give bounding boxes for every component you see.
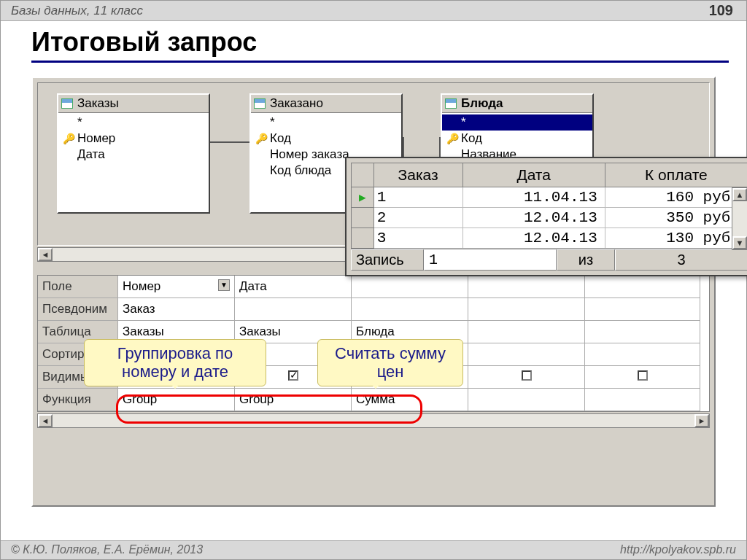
table-icon (445, 98, 457, 109)
source-url: http://kpolyakov.spb.ru (620, 543, 736, 556)
table-title: Заказано (251, 95, 401, 113)
callout-grouping: Группировка по номеру и дате (84, 339, 266, 386)
table-name: Блюда (461, 96, 503, 111)
field-star[interactable]: * (442, 114, 592, 131)
page-number: 109 (709, 2, 733, 19)
key-icon: 🔑 (255, 133, 266, 143)
row-selector-header (352, 163, 374, 187)
function-cell[interactable] (468, 389, 585, 411)
alias-cell[interactable] (352, 298, 468, 321)
record-navigator[interactable]: Запись 1 из 3 (351, 249, 747, 271)
field-cell[interactable] (352, 276, 468, 298)
result-v-scrollbar[interactable]: ▲ ▼ (732, 187, 747, 250)
record-total: 3 (615, 249, 747, 271)
field-data[interactable]: Дата (58, 147, 209, 163)
table-title: Заказы (58, 95, 209, 113)
field-cell[interactable] (468, 276, 585, 298)
relation-line (210, 141, 249, 143)
table-title: Блюда (442, 95, 592, 113)
table-name: Заказано (270, 96, 323, 111)
row-label-field: Поле (38, 276, 118, 298)
table-row[interactable]: ▶ 1 11.04.13 160 руб. (352, 187, 748, 208)
alias-cell[interactable] (235, 298, 352, 321)
field-cell[interactable]: Дата (235, 276, 352, 298)
table-row[interactable]: 2 12.04.13 350 руб. (352, 208, 748, 228)
field-kod[interactable]: 🔑Код (251, 131, 401, 147)
row-label-alias: Псевдоним (38, 298, 118, 321)
table-icon (61, 98, 73, 109)
top-bar: Базы данных, 11 класс 109 (1, 1, 746, 21)
visible-checkbox[interactable] (585, 366, 700, 389)
field-list: * 🔑Номер Дата (58, 113, 209, 212)
scroll-right-button[interactable]: ► (694, 414, 709, 427)
title-underline (31, 61, 729, 63)
grid-h-scrollbar[interactable]: ◄ ► (37, 413, 710, 428)
scroll-left-button[interactable]: ◄ (38, 414, 53, 427)
slide-title: Итоговый запрос (31, 27, 746, 58)
visible-checkbox[interactable] (468, 366, 585, 389)
record-of-label: из (557, 249, 615, 271)
table-name: Заказы (77, 96, 119, 111)
key-icon: 🔑 (446, 133, 457, 143)
function-cell[interactable] (585, 389, 700, 411)
callout-sum: Считать сумму цен (317, 339, 463, 386)
alias-cell[interactable] (468, 298, 585, 321)
scroll-up-button[interactable]: ▲ (732, 188, 747, 201)
scroll-left-button[interactable]: ◄ (38, 248, 53, 261)
scroll-track[interactable] (53, 414, 694, 427)
table-zakazy[interactable]: Заказы * 🔑Номер Дата (57, 93, 210, 214)
alias-cell[interactable] (585, 298, 700, 321)
query-designer-window: Заказы * 🔑Номер Дата Заказано * 🔑Код (31, 77, 716, 507)
function-cell[interactable]: Group (235, 389, 352, 411)
record-label: Запись (351, 249, 424, 271)
result-window[interactable]: Заказ Дата К оплате ▶ 1 11.04.13 160 руб… (345, 157, 747, 276)
col-zakaz[interactable]: Заказ (374, 163, 462, 187)
current-row-icon: ▶ (359, 192, 366, 205)
result-table: Заказ Дата К оплате ▶ 1 11.04.13 160 руб… (351, 163, 747, 249)
col-k-oplate[interactable]: К оплате (605, 163, 747, 187)
alias-cell[interactable]: Заказ (118, 298, 235, 321)
course-label: Базы данных, 11 класс (11, 4, 143, 18)
table-cell[interactable] (585, 321, 700, 343)
field-kod[interactable]: 🔑Код (442, 131, 592, 147)
field-nomer[interactable]: 🔑Номер (58, 131, 209, 147)
col-data[interactable]: Дата (462, 163, 605, 187)
key-icon: 🔑 (63, 133, 73, 143)
slide: Базы данных, 11 класс 109 Итоговый запро… (0, 0, 747, 560)
table-icon (254, 98, 266, 109)
table-cell[interactable] (468, 321, 585, 343)
table-row[interactable]: 3 12.04.13 130 руб. (352, 228, 748, 249)
scroll-down-button[interactable]: ▼ (732, 236, 747, 249)
sort-cell[interactable] (585, 343, 700, 366)
field-star[interactable]: * (58, 114, 209, 131)
row-label-function: Функция (38, 389, 118, 411)
field-star[interactable]: * (251, 114, 401, 131)
sort-cell[interactable] (468, 343, 585, 366)
dropdown-icon[interactable]: ▼ (218, 279, 230, 291)
bottom-bar: © К.Ю. Поляков, Е.А. Ерёмин, 2013 http:/… (1, 540, 746, 559)
field-cell[interactable] (585, 276, 700, 298)
record-current[interactable]: 1 (424, 249, 557, 271)
field-cell[interactable]: Номер▼ (118, 276, 235, 298)
copyright: © К.Ю. Поляков, Е.А. Ерёмин, 2013 (11, 543, 203, 556)
